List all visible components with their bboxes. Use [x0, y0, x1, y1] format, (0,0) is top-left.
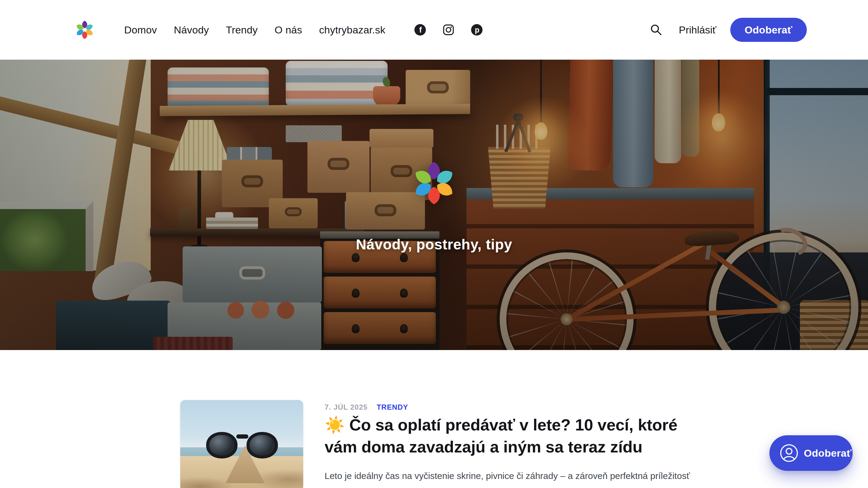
svg-text:p: p	[475, 26, 479, 34]
site-header: Domov Návody Trendy O nás chytrybazar.sk…	[0, 0, 868, 60]
article-title-link[interactable]: ☀️ Čo sa oplatí predávať v lete? 10 vecí…	[324, 414, 713, 458]
floating-subscribe-label: Odoberať	[804, 447, 852, 459]
hero-banner: Návody, postrehy, tipy	[0, 60, 868, 350]
svg-text:f: f	[419, 25, 422, 34]
pinterest-icon[interactable]: p	[471, 24, 483, 36]
account-circle-icon	[780, 444, 798, 462]
nav-item-domov[interactable]: Domov	[124, 24, 157, 36]
article-thumbnail[interactable]	[180, 400, 303, 488]
thumb-sunglasses	[206, 432, 278, 461]
article-date: 7. JÚL 2025	[324, 403, 368, 412]
article-category-link[interactable]: TRENDY	[377, 403, 408, 412]
subscribe-button[interactable]: Odoberať	[730, 18, 807, 42]
nav-item-o-nas[interactable]: O nás	[275, 24, 302, 36]
article-excerpt: Leto je ideálny čas na vyčistenie skrine…	[324, 468, 701, 488]
logo-flower-icon	[75, 18, 95, 42]
nav-item-navody[interactable]: Návody	[174, 24, 209, 36]
sunglasses-bridge	[236, 434, 248, 438]
instagram-icon[interactable]	[443, 24, 454, 36]
social-links: f p	[398, 24, 483, 36]
nav-link-chytrybazar[interactable]: chytrybazar.sk	[319, 24, 385, 36]
main-nav: Domov Návody Trendy O nás chytrybazar.sk	[124, 24, 385, 36]
sunglasses-lens	[247, 432, 278, 458]
site-logo[interactable]	[75, 18, 95, 42]
hero-logo-flower-icon	[411, 156, 457, 211]
header-actions: Prihlásiť Odoberať	[650, 18, 807, 42]
hero-tagline: Návody, postrehy, tipy	[0, 236, 868, 253]
signin-link[interactable]: Prihlásiť	[679, 24, 716, 36]
nav-item-trendy[interactable]: Trendy	[226, 24, 258, 36]
sunglasses-lens	[206, 432, 238, 458]
floating-subscribe-button[interactable]: Odoberať	[770, 435, 852, 471]
latest-posts-section: 7. JÚL 2025 TRENDY ☀️ Čo sa oplatí predá…	[0, 350, 868, 488]
facebook-icon[interactable]: f	[414, 24, 426, 36]
search-icon[interactable]	[650, 24, 662, 36]
article-meta: 7. JÚL 2025 TRENDY	[324, 403, 408, 412]
page: Domov Návody Trendy O nás chytrybazar.sk…	[0, 0, 868, 488]
